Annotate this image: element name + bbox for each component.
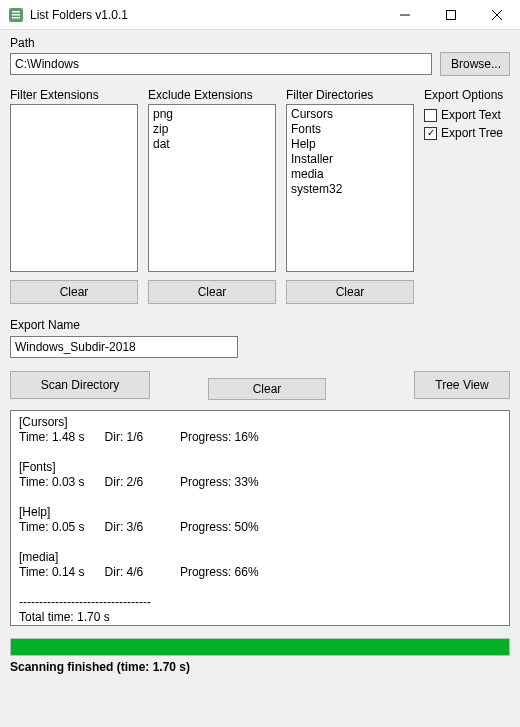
export-name-input[interactable] — [10, 336, 238, 358]
svg-rect-1 — [12, 11, 20, 13]
svg-rect-2 — [12, 14, 20, 16]
status-text: Scanning finished (time: 1.70 s) — [10, 660, 510, 674]
filter-ext-clear-button[interactable]: Clear — [10, 280, 138, 304]
browse-button[interactable]: Browse... — [440, 52, 510, 76]
filter-ext-list[interactable] — [10, 104, 138, 272]
path-label: Path — [10, 36, 510, 50]
clear-log-button[interactable]: Clear — [208, 378, 326, 400]
maximize-button[interactable] — [428, 0, 474, 30]
titlebar: List Folders v1.0.1 — [0, 0, 520, 30]
export-text-label: Export Text — [441, 108, 501, 122]
exclude-ext-label: Exclude Extensions — [148, 88, 276, 102]
export-text-checkbox[interactable] — [424, 109, 437, 122]
filter-ext-label: Filter Extensions — [10, 88, 138, 102]
export-name-label: Export Name — [10, 318, 510, 332]
close-button[interactable] — [474, 0, 520, 30]
progress-fill — [11, 639, 509, 655]
filter-dirs-label: Filter Directories — [286, 88, 414, 102]
filter-dirs-clear-button[interactable]: Clear — [286, 280, 414, 304]
path-input[interactable] — [10, 53, 432, 75]
filter-dirs-list[interactable]: Cursors Fonts Help Installer media syste… — [286, 104, 414, 272]
progress-bar — [10, 638, 510, 656]
exclude-ext-clear-button[interactable]: Clear — [148, 280, 276, 304]
exclude-ext-list[interactable]: png zip dat — [148, 104, 276, 272]
svg-rect-5 — [447, 10, 456, 19]
tree-view-button[interactable]: Tree View — [414, 371, 510, 399]
export-tree-label: Export Tree — [441, 126, 503, 140]
app-icon — [8, 7, 24, 23]
log-output[interactable]: [Cursors] Time: 1.48 s Dir: 1/6 Progress… — [10, 410, 510, 626]
scan-directory-button[interactable]: Scan Directory — [10, 371, 150, 399]
export-tree-checkbox[interactable]: ✓ — [424, 127, 437, 140]
export-opts-label: Export Options — [424, 88, 510, 102]
window-title: List Folders v1.0.1 — [30, 8, 382, 22]
minimize-button[interactable] — [382, 0, 428, 30]
svg-rect-3 — [12, 17, 20, 19]
